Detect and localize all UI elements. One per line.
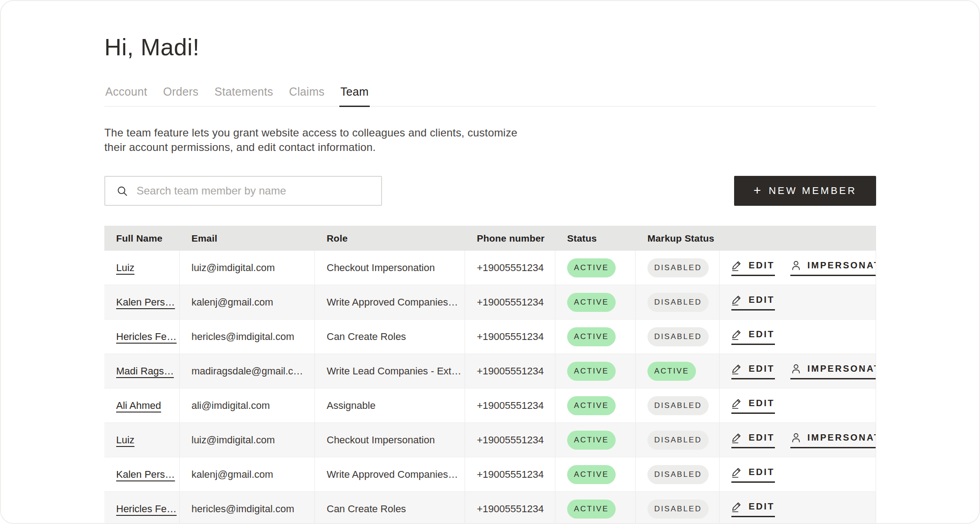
cell-email: luiz@imdigital.com: [180, 423, 315, 457]
cell-actions: EDIT: [720, 320, 876, 354]
markup-status-badge: DISABLED: [647, 396, 709, 415]
search-icon: [116, 185, 128, 197]
tab-claims[interactable]: Claims: [288, 85, 325, 106]
table-body: Luizluiz@imdigital.comCheckout Impersona…: [104, 251, 876, 524]
markup-status-badge: DISABLED: [647, 327, 709, 346]
cell-status: ACTIVE: [555, 423, 636, 457]
cell-full-name: Kalen Pers…: [104, 457, 180, 491]
person-icon: [790, 432, 802, 443]
edit-button[interactable]: EDIT: [731, 329, 775, 345]
pencil-icon: [731, 260, 743, 271]
status-badge: ACTIVE: [567, 362, 616, 381]
edit-button-label: EDIT: [749, 467, 775, 477]
pencil-icon: [731, 294, 743, 306]
status-badge: ACTIVE: [567, 465, 616, 484]
cell-status: ACTIVE: [555, 492, 636, 524]
status-badge: ACTIVE: [567, 327, 616, 346]
member-name-link[interactable]: Hericles Fe…: [116, 331, 176, 343]
cell-phone-number: +19005551234: [465, 457, 555, 491]
column-header-role: Role: [315, 233, 465, 244]
cell-markup-status: DISABLED: [636, 251, 720, 285]
member-name-link[interactable]: Kalen Pers…: [116, 296, 175, 308]
cell-email: madiragsdale@gmail.c…: [180, 354, 315, 388]
cell-markup-status: DISABLED: [636, 457, 720, 491]
cell-email: hericles@imdigital.com: [180, 320, 315, 354]
impersonate-button-label: IMPERSONATE: [808, 432, 876, 443]
edit-button[interactable]: EDIT: [731, 501, 775, 517]
edit-button[interactable]: EDIT: [731, 260, 775, 276]
cell-actions: EDITIMPERSONATE: [720, 423, 876, 457]
cell-email: hericles@imdigital.com: [180, 492, 315, 524]
cell-email: ali@imdigital.com: [180, 388, 315, 422]
edit-button-label: EDIT: [749, 295, 775, 305]
cell-actions: EDIT: [720, 388, 876, 422]
markup-status-badge: DISABLED: [647, 293, 709, 312]
impersonate-button-label: IMPERSONATE: [808, 364, 876, 374]
pencil-icon: [731, 432, 743, 443]
table-row: Luizluiz@imdigital.comCheckout Impersona…: [104, 251, 876, 285]
tab-account[interactable]: Account: [104, 85, 148, 106]
cell-full-name: Luiz: [104, 251, 180, 285]
cell-email: kalenj@gmail.com: [180, 457, 315, 491]
table-row: Kalen Pers…kalenj@gmail.comWrite Approve…: [104, 457, 876, 491]
edit-button-label: EDIT: [749, 432, 775, 443]
cell-actions: EDIT: [720, 492, 876, 524]
column-header-email: Email: [180, 233, 315, 244]
status-badge: ACTIVE: [567, 293, 616, 312]
tab-orders[interactable]: Orders: [162, 85, 199, 106]
cell-full-name: Kalen Pers…: [104, 285, 180, 319]
pencil-icon: [731, 466, 743, 478]
impersonate-button[interactable]: IMPERSONATE: [790, 260, 876, 276]
cell-actions: EDIT: [720, 285, 876, 319]
cell-full-name: Hericles Fe…: [104, 492, 180, 524]
edit-button[interactable]: EDIT: [731, 363, 775, 379]
cell-phone-number: +19005551234: [465, 251, 555, 285]
column-header-phone-number: Phone number: [465, 233, 555, 244]
impersonate-button-label: IMPERSONATE: [808, 260, 876, 271]
pencil-icon: [731, 329, 743, 340]
member-name-link[interactable]: Hericles Fe…: [116, 503, 176, 515]
table-row: Luizluiz@imdigital.comCheckout Impersona…: [104, 422, 876, 457]
pencil-icon: [731, 363, 743, 374]
member-name-link[interactable]: Luiz: [116, 262, 134, 274]
cell-phone-number: +19005551234: [465, 320, 555, 354]
new-member-button[interactable]: + NEW MEMBER: [734, 176, 876, 206]
status-badge: ACTIVE: [567, 396, 616, 415]
table-row: Kalen Pers…kalenj@gmail.comWrite Approve…: [104, 285, 876, 319]
cell-status: ACTIVE: [555, 285, 636, 319]
cell-full-name: Hericles Fe…: [104, 320, 180, 354]
search-box[interactable]: [104, 176, 382, 206]
member-name-link[interactable]: Luiz: [116, 434, 134, 446]
cell-status: ACTIVE: [555, 388, 636, 422]
edit-button[interactable]: EDIT: [731, 294, 775, 311]
edit-button-label: EDIT: [749, 329, 775, 340]
search-input[interactable]: [136, 184, 373, 198]
member-name-link[interactable]: Kalen Pers…: [116, 469, 175, 480]
status-badge: ACTIVE: [567, 258, 616, 277]
edit-button-label: EDIT: [749, 260, 775, 271]
cell-actions: EDITIMPERSONATE: [720, 251, 876, 285]
table-row: Madi Rags…madiragsdale@gmail.c…Write Lea…: [104, 354, 876, 388]
edit-button[interactable]: EDIT: [731, 432, 775, 448]
cell-role: Checkout Impersonation: [315, 251, 465, 285]
edit-button[interactable]: EDIT: [731, 466, 775, 483]
cell-full-name: Luiz: [104, 423, 180, 457]
edit-button[interactable]: EDIT: [731, 398, 775, 414]
cell-role: Write Approved Companies…: [315, 285, 465, 319]
member-name-link[interactable]: Madi Rags…: [116, 365, 174, 377]
team-description-line-2: their account permissions, and edit cont…: [104, 140, 876, 155]
markup-status-badge: DISABLED: [647, 431, 709, 450]
person-icon: [790, 260, 802, 271]
team-table: Full NameEmailRolePhone numberStatusMark…: [104, 226, 876, 524]
tab-team[interactable]: Team: [339, 85, 369, 106]
table-row: Hericles Fe…hericles@imdigital.comCan Cr…: [104, 491, 876, 524]
member-name-link[interactable]: Ali Ahmed: [116, 400, 161, 412]
cell-email: kalenj@gmail.com: [180, 285, 315, 319]
tab-statements[interactable]: Statements: [214, 85, 274, 106]
impersonate-button[interactable]: IMPERSONATE: [790, 432, 876, 448]
cell-full-name: Ali Ahmed: [104, 388, 180, 422]
cell-status: ACTIVE: [555, 251, 636, 285]
impersonate-button[interactable]: IMPERSONATE: [790, 363, 876, 379]
plus-icon: +: [754, 183, 761, 198]
team-description: The team feature lets you grant website …: [104, 126, 876, 155]
